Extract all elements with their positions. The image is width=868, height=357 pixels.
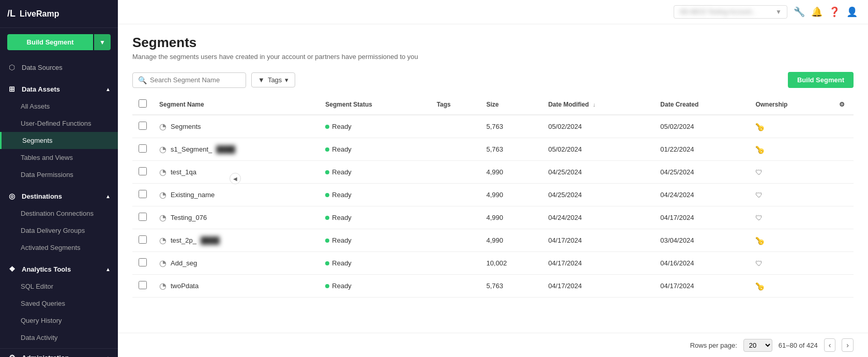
- status-text: Ready: [332, 282, 352, 290]
- tags-filter-button[interactable]: ▼ Tags ▾: [251, 72, 295, 87]
- user-icon[interactable]: 👤: [846, 6, 858, 18]
- row-checkbox-7[interactable]: [139, 281, 147, 289]
- pagination-prev-button[interactable]: ‹: [824, 338, 836, 352]
- td-checkbox: [132, 138, 153, 161]
- td-settings: [833, 252, 854, 275]
- td-date-modified: 04/17/2024: [542, 252, 654, 275]
- sidebar-item-tables-views[interactable]: Tables and Views: [0, 149, 118, 166]
- bell-icon[interactable]: 🔔: [811, 6, 823, 18]
- sidebar-item-analytics-tools[interactable]: ❖ Analytics Tools ▲: [0, 260, 118, 278]
- td-ownership: 🔑: [749, 138, 833, 161]
- segment-name-text: s1_Segment_: [171, 145, 212, 153]
- search-box[interactable]: 🔍: [132, 72, 246, 88]
- th-date-modified[interactable]: Date Modified ↓: [542, 94, 654, 115]
- td-checkbox: [132, 115, 153, 138]
- segment-type-icon: ◔: [159, 122, 166, 131]
- sidebar-item-sql-editor[interactable]: SQL Editor: [0, 278, 118, 295]
- td-settings: [833, 161, 854, 184]
- sidebar-label-data-sources: Data Sources: [22, 64, 63, 71]
- td-checkbox: [132, 252, 153, 275]
- td-tags: [431, 184, 480, 206]
- td-date-modified: 04/17/2024: [542, 275, 654, 298]
- td-settings: [833, 115, 854, 138]
- row-checkbox-3[interactable]: [139, 190, 147, 198]
- td-date-modified: 04/24/2024: [542, 206, 654, 229]
- segment-name-text: test_1qa: [171, 168, 196, 176]
- build-segment-sidebar-button[interactable]: Build Segment: [7, 34, 93, 50]
- segments-table: Segment Name Segment Status Tags Size Da…: [132, 94, 854, 298]
- th-segment-name: Segment Name: [153, 94, 319, 115]
- sidebar-label-data-permissions: Data Permissions: [21, 171, 73, 178]
- account-selector[interactable]: AB ABCD Testing Account... ▼: [674, 5, 787, 19]
- wrench-icon[interactable]: 🔧: [794, 6, 805, 18]
- database-icon: ⬡: [7, 63, 17, 71]
- page-title: Segments: [132, 35, 854, 51]
- segment-type-icon: ◔: [159, 144, 166, 154]
- sidebar-label-query-history: Query History: [21, 317, 62, 324]
- sidebar-item-all-assets[interactable]: All Assets: [0, 98, 118, 115]
- td-ownership: 🛡: [749, 184, 833, 206]
- sidebar-item-destination-connections[interactable]: Destination Connections: [0, 205, 118, 222]
- help-icon[interactable]: ❓: [829, 6, 840, 18]
- chevron-up-icon: ▲: [105, 86, 111, 92]
- sidebar-collapse-button[interactable]: ◀: [230, 173, 241, 184]
- sidebar-item-data-sources[interactable]: ⬡ Data Sources: [0, 58, 118, 76]
- td-date-created: 01/22/2024: [654, 138, 749, 161]
- select-all-checkbox[interactable]: [139, 99, 147, 108]
- search-input[interactable]: [150, 76, 240, 84]
- sidebar: /L LiveRamp Build Segment ▼ ⬡ Data Sourc…: [0, 0, 118, 357]
- grid-icon: ⊞: [7, 85, 17, 93]
- row-checkbox-6[interactable]: [139, 258, 147, 266]
- td-settings: [833, 229, 854, 252]
- row-checkbox-4[interactable]: [139, 213, 147, 221]
- build-segment-main-button[interactable]: Build Segment: [788, 72, 854, 88]
- th-ownership: Ownership: [749, 94, 833, 115]
- status-text: Ready: [332, 214, 352, 221]
- sidebar-item-data-delivery-groups[interactable]: Data Delivery Groups: [0, 222, 118, 239]
- page-subtitle: Manage the segments users have created i…: [132, 53, 854, 61]
- rows-per-page-select[interactable]: 20 50 100: [743, 339, 772, 352]
- td-settings: [833, 206, 854, 229]
- table-row: ◔ test_2p_████ Ready 4,990 04/17/2024 03…: [132, 229, 854, 252]
- sidebar-item-administration[interactable]: ⚙ Administration ▲: [0, 349, 118, 357]
- topbar: AB ABCD Testing Account... ▼ 🔧 🔔 ❓ 👤: [118, 0, 868, 24]
- row-checkbox-1[interactable]: [139, 144, 147, 153]
- sidebar-item-saved-queries[interactable]: Saved Queries: [0, 295, 118, 312]
- sidebar-label-administration: Administration: [22, 354, 69, 358]
- sidebar-item-data-permissions[interactable]: Data Permissions: [0, 166, 118, 183]
- row-checkbox-0[interactable]: [139, 122, 147, 130]
- segment-name-text: twoPdata: [171, 282, 199, 290]
- build-segment-dropdown-button[interactable]: ▼: [94, 34, 111, 50]
- chevron-up-icon-2: ▲: [105, 194, 111, 199]
- segment-type-icon: ◔: [159, 190, 166, 200]
- td-size: 4,990: [480, 161, 542, 184]
- td-segment-name: ◔ Add_seg: [153, 252, 319, 275]
- sidebar-item-data-assets[interactable]: ⊞ Data Assets ▲: [0, 80, 118, 98]
- sidebar-item-data-activity[interactable]: Data Activity: [0, 329, 118, 346]
- pagination-next-button[interactable]: ›: [842, 338, 854, 352]
- table-settings-icon[interactable]: ⚙: [839, 101, 845, 108]
- status-dot: [325, 125, 329, 129]
- destinations-icon: ◎: [7, 192, 17, 200]
- sidebar-item-segments[interactable]: Segments: [0, 132, 118, 149]
- status-text: Ready: [332, 191, 352, 199]
- status-text: Ready: [332, 123, 352, 130]
- sidebar-item-destinations[interactable]: ◎ Destinations ▲: [0, 187, 118, 205]
- td-size: 4,990: [480, 184, 542, 206]
- sidebar-item-query-history[interactable]: Query History: [0, 312, 118, 329]
- td-date-created: 04/17/2024: [654, 275, 749, 298]
- row-checkbox-2[interactable]: [139, 167, 147, 175]
- logo-area: /L LiveRamp: [0, 0, 118, 28]
- td-date-created: 03/04/2024: [654, 229, 749, 252]
- td-settings: [833, 184, 854, 206]
- sidebar-item-user-defined-functions[interactable]: User-Defined Functions: [0, 115, 118, 132]
- row-checkbox-5[interactable]: [139, 235, 147, 244]
- segment-name-text: Add_seg: [171, 259, 197, 267]
- toolbar-left: 🔍 ▼ Tags ▾: [132, 72, 295, 88]
- sidebar-label-udf: User-Defined Functions: [21, 120, 92, 127]
- tags-chevron-icon: ▾: [285, 76, 288, 84]
- td-date-created: 04/24/2024: [654, 184, 749, 206]
- sidebar-label-analytics-tools: Analytics Tools: [22, 265, 71, 273]
- filter-icon: ▼: [258, 76, 265, 84]
- sidebar-item-activated-segments[interactable]: Activated Segments: [0, 239, 118, 256]
